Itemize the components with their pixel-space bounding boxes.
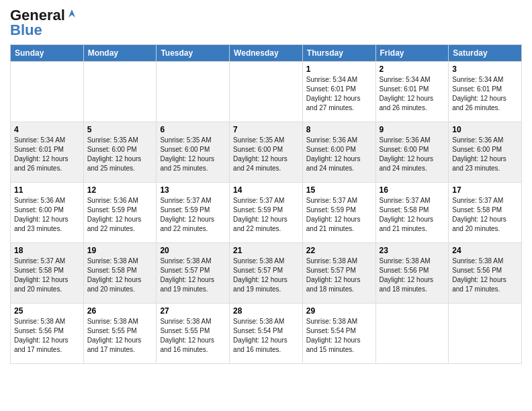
day-of-week-header: Saturday (449, 45, 522, 62)
day-number: 5 (87, 125, 153, 134)
calendar-cell: 1Sunrise: 5:34 AMSunset: 6:01 PMDaylight… (302, 62, 375, 122)
calendar-cell: 8Sunrise: 5:36 AMSunset: 6:00 PMDaylight… (302, 122, 375, 183)
calendar-cell: 21Sunrise: 5:38 AMSunset: 5:57 PMDayligh… (230, 243, 303, 304)
day-number: 16 (380, 185, 445, 195)
day-number: 26 (87, 306, 153, 316)
day-of-week-header: Thursday (302, 45, 375, 62)
day-number: 28 (233, 306, 299, 316)
day-number: 18 (14, 246, 80, 255)
day-number: 20 (160, 246, 226, 255)
calendar-cell: 11Sunrise: 5:36 AMSunset: 6:00 PMDayligh… (11, 183, 84, 243)
calendar-cell: 12Sunrise: 5:36 AMSunset: 5:59 PMDayligh… (83, 183, 157, 243)
calendar-cell: 3Sunrise: 5:34 AMSunset: 6:01 PMDaylight… (449, 62, 522, 122)
day-of-week-header: Wednesday (230, 45, 303, 62)
day-info: Sunrise: 5:35 AMSunset: 6:00 PMDaylight:… (233, 136, 299, 173)
calendar-cell (83, 62, 157, 122)
day-number: 4 (14, 125, 80, 134)
day-number: 3 (452, 64, 518, 74)
calendar-cell (11, 62, 84, 122)
calendar-cell: 23Sunrise: 5:38 AMSunset: 5:56 PMDayligh… (375, 243, 449, 304)
day-info: Sunrise: 5:34 AMSunset: 6:01 PMDaylight:… (452, 75, 518, 113)
calendar-cell: 19Sunrise: 5:38 AMSunset: 5:58 PMDayligh… (83, 243, 157, 304)
calendar-cell: 10Sunrise: 5:36 AMSunset: 6:00 PMDayligh… (449, 122, 522, 183)
day-info: Sunrise: 5:36 AMSunset: 6:00 PMDaylight:… (306, 136, 372, 173)
calendar-cell (449, 304, 522, 364)
calendar-cell: 26Sunrise: 5:38 AMSunset: 5:55 PMDayligh… (83, 304, 157, 364)
logo-blue: Blue (10, 21, 42, 39)
day-number: 19 (87, 246, 153, 255)
day-number: 24 (452, 246, 518, 255)
day-number: 15 (306, 185, 372, 195)
calendar-cell: 29Sunrise: 5:38 AMSunset: 5:54 PMDayligh… (302, 304, 375, 364)
calendar-cell: 6Sunrise: 5:35 AMSunset: 6:00 PMDaylight… (157, 122, 230, 183)
calendar-cell: 4Sunrise: 5:34 AMSunset: 6:01 PMDaylight… (11, 122, 84, 183)
day-number: 10 (452, 125, 518, 134)
calendar-cell: 24Sunrise: 5:38 AMSunset: 5:56 PMDayligh… (449, 243, 522, 304)
calendar-cell: 16Sunrise: 5:37 AMSunset: 5:58 PMDayligh… (375, 183, 449, 243)
day-number: 1 (306, 64, 372, 74)
day-info: Sunrise: 5:36 AMSunset: 5:59 PMDaylight:… (87, 196, 153, 234)
logo: General Blue (10, 7, 78, 39)
calendar-cell: 14Sunrise: 5:37 AMSunset: 5:59 PMDayligh… (230, 183, 303, 243)
calendar-cell: 9Sunrise: 5:36 AMSunset: 6:00 PMDaylight… (375, 122, 449, 183)
day-info: Sunrise: 5:37 AMSunset: 5:59 PMDaylight:… (306, 196, 372, 234)
calendar-cell: 25Sunrise: 5:38 AMSunset: 5:56 PMDayligh… (11, 304, 84, 364)
day-number: 7 (233, 125, 299, 134)
calendar-cell: 2Sunrise: 5:34 AMSunset: 6:01 PMDaylight… (375, 62, 449, 122)
day-number: 22 (306, 246, 372, 255)
day-info: Sunrise: 5:38 AMSunset: 5:56 PMDaylight:… (14, 317, 80, 355)
day-info: Sunrise: 5:37 AMSunset: 5:59 PMDaylight:… (160, 196, 226, 234)
day-info: Sunrise: 5:37 AMSunset: 5:58 PMDaylight:… (380, 196, 445, 234)
day-info: Sunrise: 5:35 AMSunset: 6:00 PMDaylight:… (87, 136, 153, 173)
day-info: Sunrise: 5:38 AMSunset: 5:56 PMDaylight:… (452, 257, 518, 294)
day-info: Sunrise: 5:38 AMSunset: 5:57 PMDaylight:… (306, 257, 372, 294)
day-info: Sunrise: 5:38 AMSunset: 5:54 PMDaylight:… (306, 317, 372, 355)
day-info: Sunrise: 5:34 AMSunset: 6:01 PMDaylight:… (380, 75, 445, 113)
calendar-cell: 20Sunrise: 5:38 AMSunset: 5:57 PMDayligh… (157, 243, 230, 304)
day-info: Sunrise: 5:36 AMSunset: 6:00 PMDaylight:… (380, 136, 445, 173)
calendar-cell: 5Sunrise: 5:35 AMSunset: 6:00 PMDaylight… (83, 122, 157, 183)
calendar-cell: 18Sunrise: 5:37 AMSunset: 5:58 PMDayligh… (11, 243, 84, 304)
day-number: 9 (380, 125, 445, 134)
day-number: 13 (160, 185, 226, 195)
day-number: 6 (160, 125, 226, 134)
day-number: 8 (306, 125, 372, 134)
day-info: Sunrise: 5:37 AMSunset: 5:58 PMDaylight:… (452, 196, 518, 234)
day-number: 25 (14, 306, 80, 316)
day-number: 21 (233, 246, 299, 255)
day-info: Sunrise: 5:34 AMSunset: 6:01 PMDaylight:… (306, 75, 372, 113)
day-number: 27 (160, 306, 226, 316)
calendar-cell (375, 304, 449, 364)
svg-marker-0 (69, 9, 75, 17)
day-number: 2 (380, 64, 445, 74)
day-info: Sunrise: 5:36 AMSunset: 6:00 PMDaylight:… (14, 196, 80, 234)
day-of-week-header: Sunday (11, 45, 84, 62)
page-header: General Blue (10, 7, 522, 39)
calendar-cell (157, 62, 230, 122)
day-number: 23 (380, 246, 445, 255)
day-info: Sunrise: 5:38 AMSunset: 5:57 PMDaylight:… (160, 257, 226, 294)
day-info: Sunrise: 5:35 AMSunset: 6:00 PMDaylight:… (160, 136, 226, 173)
calendar-cell: 7Sunrise: 5:35 AMSunset: 6:00 PMDaylight… (230, 122, 303, 183)
day-info: Sunrise: 5:38 AMSunset: 5:55 PMDaylight:… (160, 317, 226, 355)
day-number: 29 (306, 306, 372, 316)
day-info: Sunrise: 5:38 AMSunset: 5:56 PMDaylight:… (380, 257, 445, 294)
day-number: 14 (233, 185, 299, 195)
calendar-table: SundayMondayTuesdayWednesdayThursdayFrid… (10, 44, 522, 364)
calendar-cell: 22Sunrise: 5:38 AMSunset: 5:57 PMDayligh… (302, 243, 375, 304)
calendar-cell: 28Sunrise: 5:38 AMSunset: 5:54 PMDayligh… (230, 304, 303, 364)
calendar-cell (230, 62, 303, 122)
calendar-cell: 15Sunrise: 5:37 AMSunset: 5:59 PMDayligh… (302, 183, 375, 243)
day-info: Sunrise: 5:38 AMSunset: 5:55 PMDaylight:… (87, 317, 153, 355)
calendar-cell: 27Sunrise: 5:38 AMSunset: 5:55 PMDayligh… (157, 304, 230, 364)
day-of-week-header: Monday (83, 45, 157, 62)
day-info: Sunrise: 5:38 AMSunset: 5:54 PMDaylight:… (233, 317, 299, 355)
day-info: Sunrise: 5:34 AMSunset: 6:01 PMDaylight:… (14, 136, 80, 173)
day-info: Sunrise: 5:37 AMSunset: 5:59 PMDaylight:… (233, 196, 299, 234)
day-number: 17 (452, 185, 518, 195)
day-info: Sunrise: 5:36 AMSunset: 6:00 PMDaylight:… (452, 136, 518, 173)
day-info: Sunrise: 5:37 AMSunset: 5:58 PMDaylight:… (14, 257, 80, 294)
day-info: Sunrise: 5:38 AMSunset: 5:57 PMDaylight:… (233, 257, 299, 294)
calendar-cell: 17Sunrise: 5:37 AMSunset: 5:58 PMDayligh… (449, 183, 522, 243)
logo-bird-icon (66, 8, 78, 20)
